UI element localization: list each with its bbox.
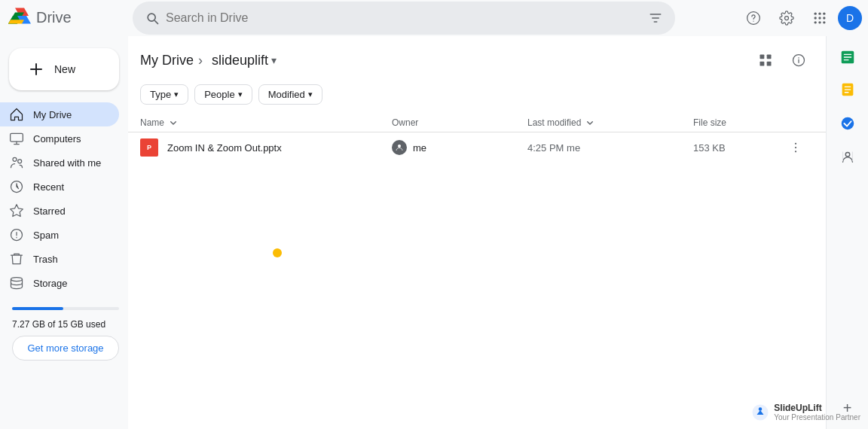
logo-area: Drive [6, 5, 127, 32]
header-owner: Owner [392, 117, 527, 128]
modified-cell: 4:25 PM me [527, 142, 693, 154]
help-button[interactable] [738, 3, 769, 33]
filter-bar: Type ▾ People ▾ Modified ▾ [128, 81, 826, 114]
svg-rect-19 [760, 62, 765, 66]
app-title: Drive [36, 9, 72, 26]
breadcrumb-separator: › [197, 53, 204, 68]
computers-icon [9, 131, 24, 146]
contacts-panel-icon[interactable] [833, 141, 863, 172]
avatar[interactable]: D [838, 6, 862, 30]
breadcrumb-current[interactable]: slideuplift ▾ [207, 51, 281, 70]
svg-point-4 [823, 12, 825, 14]
tasks-panel-icon[interactable] [833, 108, 863, 138]
watermark: SlideUpLift Your Presentation Partner [751, 403, 860, 421]
storage-section: 7.27 GB of 15 GB used Get more storage [0, 295, 128, 367]
svg-point-6 [818, 17, 821, 19]
search-bar[interactable] [133, 2, 675, 35]
search-icon [145, 11, 160, 26]
chevron-down-icon: ▾ [271, 54, 277, 66]
sort-arrow-icon [167, 117, 179, 129]
type-chevron-icon: ▾ [174, 90, 179, 99]
svg-point-7 [823, 17, 825, 19]
filter-type-button[interactable]: Type ▾ [140, 84, 188, 105]
header-last-modified[interactable]: Last modified [527, 117, 693, 129]
sheets-panel-icon[interactable] [833, 42, 863, 72]
plus-icon [27, 60, 45, 78]
owner-avatar [392, 140, 407, 155]
more-options-button[interactable] [784, 135, 808, 160]
storage-icon [9, 275, 24, 291]
svg-point-24 [795, 147, 796, 148]
topbar: Drive D [0, 0, 868, 36]
sidebar-item-spam[interactable]: Spam [0, 223, 119, 247]
svg-point-22 [398, 145, 401, 148]
starred-icon [9, 203, 24, 218]
filter-modified-button[interactable]: Modified ▾ [258, 84, 322, 105]
svg-point-10 [823, 21, 825, 23]
svg-point-28 [841, 117, 854, 130]
breadcrumb-parent[interactable]: My Drive [140, 53, 194, 68]
sidebar-item-shared[interactable]: Shared with me [0, 151, 119, 175]
spam-icon [9, 227, 24, 242]
more-icon [789, 141, 802, 154]
new-button[interactable]: New [9, 48, 119, 90]
sidebar-item-computers[interactable]: Computers [0, 126, 119, 151]
svg-point-8 [815, 21, 817, 23]
sidebar-item-storage[interactable]: Storage [0, 271, 119, 295]
sidebar-item-trash[interactable]: Trash [0, 247, 119, 271]
grid-view-button[interactable] [750, 45, 781, 75]
svg-point-29 [845, 153, 850, 157]
right-panel: + [826, 36, 868, 429]
breadcrumb: My Drive › slideuplift ▾ [128, 36, 826, 81]
svg-point-9 [818, 21, 821, 23]
svg-point-13 [18, 160, 22, 163]
trash-icon [9, 251, 24, 266]
file-table: Name Owner Last modified File size [128, 114, 826, 429]
sort-down-icon [584, 117, 596, 129]
storage-bar-fill [12, 307, 63, 310]
owner-cell: me [392, 140, 527, 155]
people-chevron-icon: ▾ [238, 90, 243, 99]
info-button[interactable] [784, 45, 814, 75]
get-more-storage-button[interactable]: Get more storage [12, 336, 119, 361]
keep-panel-icon[interactable] [833, 75, 863, 105]
pptx-icon: P [140, 138, 158, 157]
svg-point-5 [815, 17, 817, 19]
topbar-right: D [738, 3, 862, 33]
svg-rect-17 [760, 55, 765, 59]
table-row[interactable]: P Zoom IN & Zoom Out.pptx me 4:25 PM me … [128, 132, 826, 163]
sidebar-item-starred[interactable]: Starred [0, 199, 119, 223]
drive-logo-icon [6, 5, 33, 32]
sidebar-item-my-drive[interactable]: My Drive [0, 102, 119, 126]
svg-point-2 [815, 12, 817, 14]
svg-point-12 [13, 157, 17, 161]
svg-rect-18 [767, 55, 772, 59]
filter-people-button[interactable]: People ▾ [194, 84, 252, 105]
size-cell: 153 KB [693, 142, 784, 154]
file-name-cell: P Zoom IN & Zoom Out.pptx [140, 138, 392, 157]
table-header: Name Owner Last modified File size [128, 114, 826, 132]
sidebar-item-recent[interactable]: Recent [0, 175, 119, 199]
svg-point-3 [818, 12, 821, 14]
header-name[interactable]: Name [140, 117, 392, 129]
search-input[interactable] [166, 11, 642, 25]
svg-point-31 [759, 407, 763, 411]
header-file-size: File size [693, 117, 784, 128]
storage-bar-bg [12, 307, 119, 310]
svg-rect-11 [11, 133, 23, 141]
svg-rect-20 [767, 62, 772, 66]
filter-icon[interactable] [648, 11, 663, 26]
my-drive-icon [9, 107, 24, 122]
svg-point-23 [795, 143, 796, 145]
sidebar: New My Drive Computers Shared with me Re… [0, 36, 128, 429]
settings-button[interactable] [772, 3, 802, 33]
apps-button[interactable] [805, 3, 835, 33]
svg-point-25 [795, 151, 796, 152]
shared-icon [9, 155, 24, 170]
breadcrumb-actions [750, 45, 814, 75]
slideuplift-logo [751, 403, 769, 421]
layout: New My Drive Computers Shared with me Re… [0, 36, 868, 429]
recent-icon [9, 179, 24, 194]
svg-point-1 [753, 20, 753, 21]
modified-chevron-icon: ▾ [308, 90, 313, 99]
